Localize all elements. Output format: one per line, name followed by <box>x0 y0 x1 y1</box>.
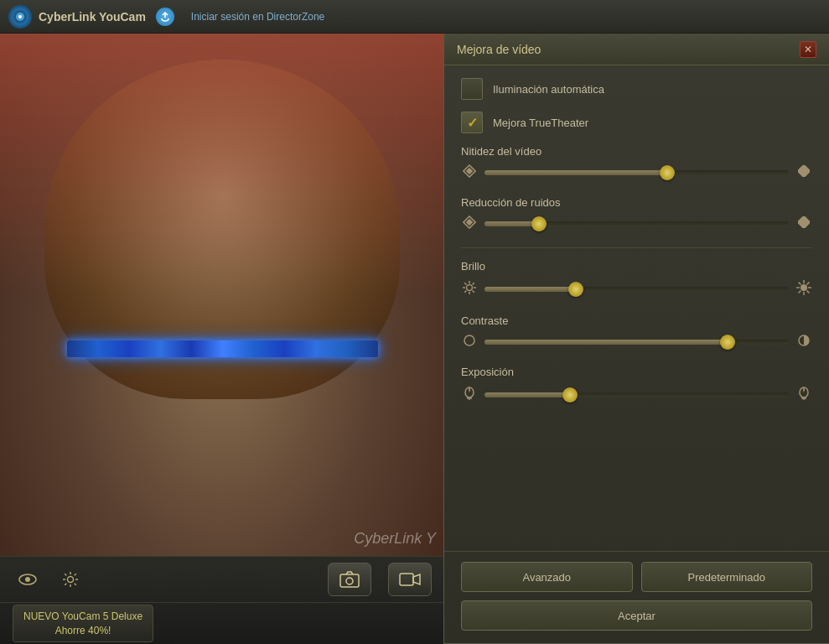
sharpness-min-icon <box>461 164 478 181</box>
svg-point-15 <box>467 285 473 291</box>
noise-reduction-slider-row <box>461 216 812 232</box>
contrast-slider-row <box>461 334 812 351</box>
director-zone-link[interactable]: Iniciar sesión en DirectorZone <box>191 11 324 23</box>
brightness-slider-row <box>461 279 812 299</box>
webcam-image: CyberLink Y <box>0 34 444 556</box>
promo-bar: NUEVO YouCam 5 Deluxe Ahorre 40%! <box>0 602 444 644</box>
sharpness-thumb[interactable] <box>660 165 675 180</box>
svg-line-22 <box>473 283 474 284</box>
settings-button[interactable] <box>55 564 85 595</box>
app-window: CyberLink YouCam Iniciar sesión en Direc… <box>0 0 829 644</box>
svg-point-5 <box>68 577 74 583</box>
exposure-slider[interactable] <box>484 392 789 397</box>
svg-line-32 <box>799 291 801 293</box>
auto-illumination-checkbox[interactable] <box>461 78 483 100</box>
brightness-section: Brillo <box>461 260 812 299</box>
dialog-title: Mejora de vídeo <box>457 43 541 56</box>
noise-thumb[interactable] <box>531 216 547 231</box>
title-bar: CyberLink YouCam Iniciar sesión en Direc… <box>0 0 829 34</box>
svg-point-4 <box>25 577 30 582</box>
wookiee-body <box>0 34 444 556</box>
contrast-section: Contraste <box>461 314 812 351</box>
promo-line1: NUEVO YouCam 5 Deluxe <box>23 610 142 624</box>
svg-point-24 <box>801 284 807 291</box>
noise-reduction-label: Reducción de ruidos <box>461 196 812 209</box>
true-theater-row: ✓ Mejora TrueTheater <box>461 112 812 133</box>
svg-rect-13 <box>466 219 473 226</box>
noise-min-icon <box>461 216 478 232</box>
contrast-fill <box>484 340 728 345</box>
checkmark-icon: ✓ <box>467 115 478 131</box>
contrast-max-icon <box>795 334 812 351</box>
exposure-fill <box>484 392 570 397</box>
app-title: CyberLink YouCam <box>39 10 146 23</box>
default-button[interactable]: Predeterminado <box>641 562 813 592</box>
sharpness-section: Nitidez del vídeo <box>461 145 812 181</box>
exposure-slider-row <box>461 385 812 405</box>
noise-max-icon <box>795 216 812 231</box>
sharpness-slider-row <box>461 164 812 181</box>
update-button[interactable] <box>156 8 174 26</box>
dialog-title-bar: Mejora de vídeo ✕ <box>444 34 829 65</box>
dialog-close-button[interactable]: ✕ <box>800 41 816 58</box>
contrast-label: Contraste <box>461 314 812 327</box>
contrast-min-icon <box>461 334 478 351</box>
exposure-thumb[interactable] <box>562 387 578 402</box>
video-record-button[interactable] <box>388 563 432 596</box>
svg-rect-8 <box>400 574 413 585</box>
dialog-content: Iluminación automática ✓ Mejora TrueThea… <box>444 65 829 551</box>
svg-line-23 <box>464 291 466 293</box>
auto-illumination-row: Iluminación automática <box>461 78 812 100</box>
svg-line-21 <box>473 291 474 293</box>
dialog-footer: Avanzado Predeterminado Aceptar <box>444 551 829 643</box>
accept-button[interactable]: Aceptar <box>461 600 812 631</box>
svg-line-29 <box>799 283 801 285</box>
contrast-thumb[interactable] <box>720 335 735 350</box>
sharpness-fill <box>484 170 667 175</box>
webcam-preview: CyberLink Y <box>0 34 444 556</box>
true-theater-checkbox[interactable]: ✓ <box>461 112 483 133</box>
contrast-slider[interactable] <box>484 340 789 345</box>
camera-capture-button[interactable] <box>328 563 371 596</box>
brightness-label: Brillo <box>461 260 812 273</box>
exposure-max-icon <box>795 385 812 405</box>
exposure-label: Exposición <box>461 366 812 378</box>
sharpness-label: Nitidez del vídeo <box>461 145 812 158</box>
svg-line-31 <box>807 283 810 285</box>
main-content: CyberLink Y <box>0 34 829 644</box>
auto-illumination-label: Iluminación automática <box>493 83 604 96</box>
noise-reduction-section: Reducción de ruidos <box>461 196 812 232</box>
led-collar <box>67 340 378 357</box>
brightness-slider[interactable] <box>484 287 789 292</box>
true-theater-label: Mejora TrueTheater <box>493 117 588 129</box>
eye-button[interactable] <box>13 564 43 595</box>
svg-line-30 <box>807 291 810 293</box>
left-panel: CyberLink Y <box>0 34 444 644</box>
brightness-min-icon <box>461 280 478 299</box>
wookiee-fur <box>0 34 444 556</box>
svg-rect-10 <box>466 168 473 174</box>
svg-point-33 <box>464 335 474 345</box>
brightness-fill <box>484 287 576 292</box>
video-enhancement-dialog: Mejora de vídeo ✕ Iluminación automática… <box>443 34 829 644</box>
advanced-button[interactable]: Avanzado <box>461 562 633 592</box>
sharpness-max-icon <box>795 165 812 180</box>
divider <box>461 247 812 248</box>
svg-line-20 <box>464 283 466 284</box>
webcam-watermark: CyberLink Y <box>354 530 436 548</box>
svg-point-2 <box>18 15 22 18</box>
exposure-min-icon <box>461 385 478 405</box>
promo-line2: Ahorre 40%! <box>23 624 142 638</box>
svg-rect-14 <box>798 216 810 228</box>
noise-reduction-slider[interactable] <box>484 221 789 226</box>
promo-badge[interactable]: NUEVO YouCam 5 Deluxe Ahorre 40%! <box>13 605 153 643</box>
brightness-thumb[interactable] <box>568 282 583 297</box>
controls-bar <box>0 556 444 602</box>
brightness-max-icon <box>795 279 812 299</box>
app-logo <box>8 5 32 29</box>
svg-rect-11 <box>798 165 810 177</box>
svg-point-7 <box>346 578 353 584</box>
exposure-section: Exposición <box>461 366 812 405</box>
footer-buttons-row: Avanzado Predeterminado <box>461 562 812 592</box>
sharpness-slider[interactable] <box>484 170 789 175</box>
